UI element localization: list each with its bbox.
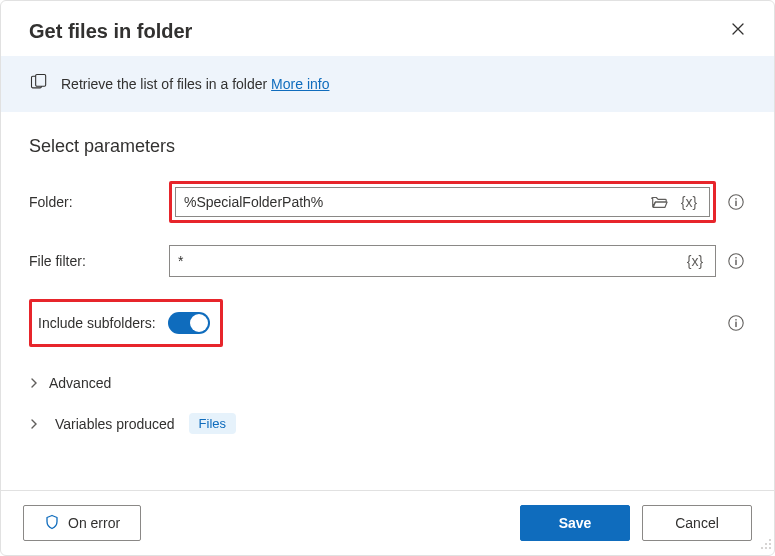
svg-point-9: [735, 319, 737, 321]
dialog-title: Get files in folder: [29, 20, 192, 43]
include-subfolders-label: Include subfolders:: [38, 315, 156, 331]
cancel-button[interactable]: Cancel: [642, 505, 752, 541]
dialog-footer: On error Save Cancel: [1, 490, 774, 555]
toggle-knob: [190, 314, 208, 332]
svg-rect-7: [735, 260, 736, 265]
svg-rect-1: [36, 75, 46, 87]
svg-point-6: [735, 257, 737, 259]
variables-label: Variables produced: [55, 416, 175, 432]
save-button[interactable]: Save: [520, 505, 630, 541]
svg-rect-10: [735, 322, 736, 327]
filter-input[interactable]: [178, 253, 683, 269]
folder-info-icon[interactable]: [726, 192, 746, 212]
info-text: Retrieve the list of files in a folder M…: [61, 76, 329, 92]
filter-info-icon[interactable]: [726, 251, 746, 271]
chevron-right-icon: [29, 419, 41, 429]
include-subfolders-row: Include subfolders:: [29, 299, 746, 347]
on-error-label: On error: [68, 515, 120, 531]
info-bar: Retrieve the list of files in a folder M…: [1, 56, 774, 112]
get-files-dialog: Get files in folder Retrieve the list of…: [0, 0, 775, 556]
include-info-icon[interactable]: [726, 313, 746, 333]
folder-label: Folder:: [29, 194, 169, 210]
info-text-content: Retrieve the list of files in a folder: [61, 76, 267, 92]
filter-row: File filter: {x}: [29, 245, 746, 277]
svg-point-3: [735, 198, 737, 200]
filter-label: File filter:: [29, 253, 169, 269]
variables-expander[interactable]: Variables produced Files: [29, 407, 746, 440]
include-highlight: Include subfolders:: [29, 299, 223, 347]
svg-rect-4: [735, 201, 736, 206]
shield-icon: [44, 514, 60, 533]
title-bar: Get files in folder: [1, 1, 774, 56]
folder-row: Folder: {x}: [29, 181, 746, 223]
advanced-label: Advanced: [49, 375, 111, 391]
folder-field-highlight: {x}: [169, 181, 716, 223]
folder-input[interactable]: [184, 194, 647, 210]
filter-input-wrapper: {x}: [169, 245, 716, 277]
advanced-expander[interactable]: Advanced: [29, 369, 746, 397]
section-title: Select parameters: [29, 136, 746, 157]
content-area: Select parameters Folder: {x}: [1, 112, 774, 490]
variable-picker-icon[interactable]: {x}: [677, 190, 701, 214]
variable-picker-icon[interactable]: {x}: [683, 249, 707, 273]
close-icon[interactable]: [724, 17, 752, 46]
more-info-link[interactable]: More info: [271, 76, 329, 92]
chevron-right-icon: [29, 378, 41, 388]
browse-folder-icon[interactable]: [647, 190, 671, 214]
folder-input-wrapper: {x}: [175, 187, 710, 217]
on-error-button[interactable]: On error: [23, 505, 141, 541]
variable-pill-files[interactable]: Files: [189, 413, 236, 434]
files-in-folder-icon: [29, 72, 49, 96]
include-subfolders-toggle[interactable]: [168, 312, 210, 334]
